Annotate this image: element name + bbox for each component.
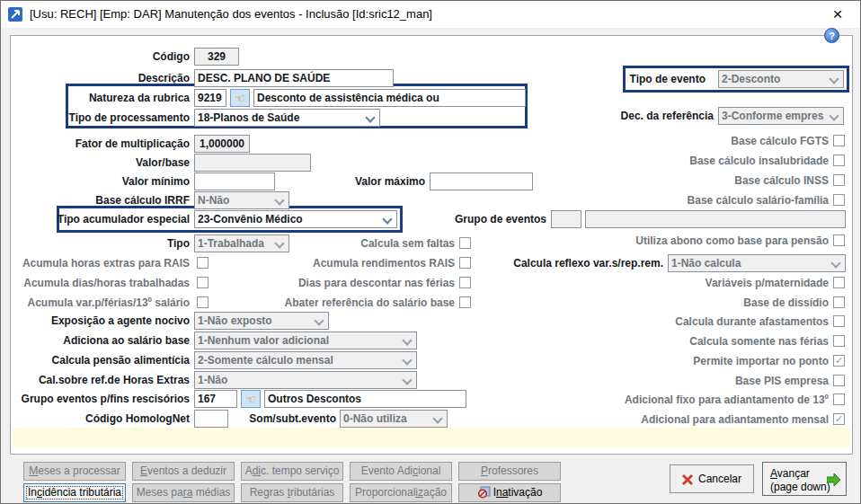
tab-meses-a-processar: Meses a processar [23, 462, 126, 481]
grupo-eventos-code-field [551, 210, 581, 228]
descricao-field[interactable]: DESC. PLANO DE SAÚDE [194, 69, 394, 87]
event-maintenance-dialog: [Usu: RECH] [Emp: DAR] Manutenção dos ev… [0, 0, 861, 504]
valor-base-label: Valor/base [19, 154, 190, 172]
exposicao-label: Exposição a agente nocivo [19, 312, 190, 330]
adicional-fixo-13-label: Adicional fixo para adiantamento de 13º [504, 391, 829, 409]
tab-meses-para-medias: Meses para médias [132, 483, 235, 502]
abater-referencia-label: Abater referência do salário base [262, 294, 455, 312]
som-subt-label: Som/subt.evento [217, 410, 336, 428]
advance-label-line1: Avançar [770, 467, 810, 480]
grupo-rescisorios-lookup-button[interactable]: ☜ [241, 390, 261, 408]
base-irrf-select: N-Não [194, 191, 289, 209]
base-pis-label: Base PIS empresa [504, 372, 829, 390]
grupo-eventos-description-field [585, 210, 846, 228]
base-fgts-label: Base cálculo FGTS [504, 132, 829, 150]
calcula-reflexo-select: 1-Não calcula [668, 254, 846, 272]
checkbox-adicional-fixo-13[interactable] [833, 393, 845, 405]
dec-referencia-select: 3-Conforme empres [718, 107, 844, 125]
pensao-label: Calcula pensão alimentícia [19, 351, 190, 369]
acumula-dias-label: Acumula dias/horas trabalhadas [19, 274, 190, 292]
descricao-label: Descrição [19, 69, 190, 87]
chevron-down-icon [274, 195, 284, 205]
advance-label-line2: (page down) [770, 481, 830, 493]
fator-label: Fator de multiplicação [19, 135, 190, 153]
hand-icon: ☜ [235, 92, 245, 105]
checkbox-base-inss[interactable] [833, 174, 845, 186]
checkbox-acumula-var-ferias[interactable] [197, 296, 209, 308]
checkbox-adicional-mensal[interactable] [833, 413, 845, 425]
tab-incidencia-tributaria[interactable]: Incidência tributária [23, 483, 126, 502]
note-strip [13, 428, 850, 447]
checkbox-utiliza-abono[interactable] [833, 234, 845, 246]
cal-horas-extras-select: 1-Não [194, 371, 417, 389]
tipo-acumulador-select[interactable]: 23-Convênio Médico [194, 210, 397, 228]
chevron-down-icon [402, 335, 412, 345]
grupo-rescisorios-code-field[interactable]: 167 [194, 390, 237, 408]
checkbox-base-salario-familia[interactable] [833, 194, 845, 206]
checkbox-calcula-afastamentos[interactable] [833, 315, 845, 327]
adiciona-salario-label: Adiciona ao salário base [19, 332, 190, 349]
chevron-down-icon [830, 258, 840, 268]
adicional-mensal-label: Adicional para adiantamento mensal [504, 411, 829, 429]
checkbox-dias-descontar[interactable] [459, 277, 471, 288]
valor-base-field [194, 154, 311, 172]
tab-inativacao[interactable]: Inativação [458, 483, 561, 502]
permite-importar-label: Permite importar no ponto [504, 352, 829, 370]
tipo-label: Tipo [19, 234, 190, 252]
checkbox-acumula-he-rais[interactable] [197, 257, 209, 269]
checkbox-base-fgts[interactable] [833, 135, 845, 146]
chevron-down-icon [365, 112, 375, 122]
close-icon[interactable]: × [826, 3, 849, 26]
tipo-processamento-select[interactable]: 18-Planos de Saúde [194, 109, 380, 127]
chevron-down-icon [829, 74, 839, 84]
checkbox-calcula-sem-faltas[interactable] [459, 237, 471, 249]
tipo-evento-label: Tipo de evento [617, 70, 706, 88]
natureza-label: Natureza da rubrica [19, 89, 190, 107]
acumula-var-ferias-label: Acumula var.p/férias/13º salário [19, 294, 190, 312]
dec-referencia-label: Dec. da referência [585, 107, 714, 125]
utiliza-abono-label: Utiliza abono como base para pensão [504, 232, 829, 250]
fator-field: 1,000000 [194, 135, 250, 153]
tipo-evento-select: 2-Desconto [718, 70, 844, 88]
codigo-label: Código [19, 48, 190, 66]
dias-descontar-label: Dias para descontar nas férias [262, 274, 455, 292]
checkbox-acumula-rend-rais[interactable] [459, 257, 471, 269]
app-icon [8, 7, 22, 22]
inactivation-icon [477, 486, 491, 499]
base-inss-label: Base cálculo INSS [504, 172, 829, 190]
natureza-code-field[interactable]: 9219 [194, 89, 226, 107]
acumula-rend-rais-label: Acumula rendimentos RAIS [262, 254, 455, 272]
checkbox-calcula-somente-ferias[interactable] [833, 335, 845, 347]
checkbox-variaveis-maternidade[interactable] [833, 277, 845, 288]
valor-maximo-label: Valor máximo [271, 172, 425, 190]
advance-button[interactable]: Avançar (page down) [762, 462, 847, 496]
tab-evento-adicional: Evento Adicional [350, 462, 452, 481]
help-icon[interactable]: ? [824, 28, 839, 43]
natureza-lookup-button[interactable]: ☜ [230, 89, 250, 107]
tab-adic-tempo-servico: Adic. tempo serviço [241, 462, 343, 481]
checkbox-base-pis[interactable] [833, 375, 845, 386]
tab-professores: Professores [458, 462, 561, 481]
window-title: [Usu: RECH] [Emp: DAR] Manutenção dos ev… [30, 1, 432, 28]
natureza-description-field: Desconto de assistência médica ou [253, 89, 526, 107]
calcula-reflexo-label: Calcula reflexo var.s/rep.rem. [477, 254, 663, 272]
checkbox-abater-referencia[interactable] [459, 296, 471, 308]
cancel-x-icon [681, 473, 694, 486]
chevron-down-icon [314, 315, 324, 325]
calcula-somente-ferias-label: Calcula somente nas férias [504, 332, 829, 350]
codigo-field: 329 [194, 48, 239, 66]
checkbox-permite-importar[interactable] [833, 355, 845, 367]
checkbox-base-insalubridade[interactable] [833, 155, 845, 166]
hand-icon: ☜ [245, 393, 256, 406]
grupo-rescisorios-label: Grupo eventos p/fins rescisórios [19, 390, 190, 408]
cancel-label: Cancelar [698, 473, 741, 485]
tab-eventos-a-deduzir: Eventos a deduzir [132, 462, 235, 481]
valor-minimo-label: Valor mínimo [19, 172, 190, 190]
cancel-button[interactable]: Cancelar [670, 464, 754, 493]
valor-minimo-field[interactable] [194, 172, 275, 190]
base-irrf-label: Base cálculo IRRF [19, 191, 190, 209]
checkbox-acumula-dias[interactable] [197, 277, 209, 288]
checkbox-base-dissidio[interactable] [833, 296, 845, 308]
som-subt-select: 0-Não utiliza [340, 410, 448, 428]
chevron-down-icon [829, 111, 839, 120]
